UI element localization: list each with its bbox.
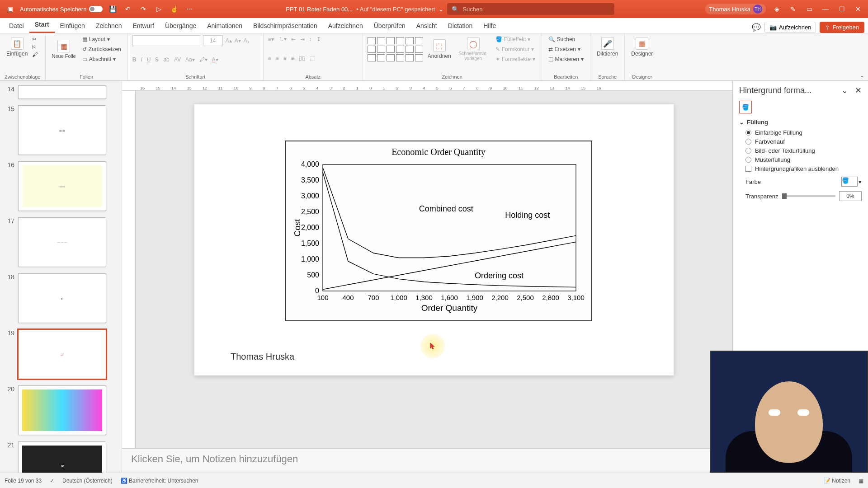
copy-icon[interactable]: ⎘ <box>32 44 38 50</box>
paste-button[interactable]: 📋 Einfügen <box>5 35 29 59</box>
notes-toggle[interactable]: 📝 Notizen <box>824 478 850 484</box>
new-slide-button[interactable]: ▦ Neue Folie <box>50 38 78 61</box>
radio-solid-fill[interactable]: Einfarbige Füllung <box>745 129 862 136</box>
slide-thumb[interactable]: 🗺 <box>18 441 106 473</box>
tab-ansicht[interactable]: Ansicht <box>411 19 443 33</box>
tab-aufzeichnen[interactable]: Aufzeichnen <box>323 19 368 33</box>
radio-gradient-fill[interactable]: Farbverlauf <box>745 138 862 145</box>
dictate-button[interactable]: 🎤 Diktieren <box>595 35 620 59</box>
slide-count[interactable]: Folie 19 von 33 <box>5 478 42 484</box>
normal-view-icon[interactable]: ▦ <box>859 478 863 484</box>
highlight-icon[interactable]: 🖍▾ <box>199 56 208 63</box>
reset-button[interactable]: ↺Zurücksetzen <box>80 45 123 53</box>
maximize-icon[interactable]: ☐ <box>836 4 847 14</box>
redo-icon[interactable]: ↷ <box>138 4 149 14</box>
shadow-icon[interactable]: ab <box>163 56 169 63</box>
indent-icon[interactable]: ⇥ <box>300 36 305 42</box>
slide-thumb[interactable]: ◐ <box>18 273 106 323</box>
slide-thumb[interactable]: ▦ ▦ <box>18 105 106 155</box>
collapse-ribbon-icon[interactable]: ⌄ <box>860 72 864 79</box>
close-icon[interactable]: ✕ <box>855 86 862 95</box>
quickstyles-button[interactable]: ◯ Schnellformat-vorlagen <box>456 36 491 63</box>
save-icon[interactable]: 💾 <box>107 4 118 14</box>
slide[interactable]: Economic Order Quantity 05001,0001,5002,… <box>194 104 674 375</box>
tab-hilfe[interactable]: Hilfe <box>478 19 501 33</box>
chevron-down-icon[interactable]: ⌄ <box>439 6 443 13</box>
slide-thumb[interactable] <box>18 385 106 435</box>
format-painter-icon[interactable]: 🖌 <box>32 52 38 58</box>
slide-canvas-area[interactable]: Economic Order Quantity 05001,0001,5002,… <box>136 91 732 448</box>
columns-icon[interactable]: ▯▯ <box>299 55 305 61</box>
language-indicator[interactable]: Deutsch (Österreich) <box>62 478 113 484</box>
cut-icon[interactable]: ✂ <box>32 36 38 42</box>
ink-icon[interactable]: ✎ <box>788 4 798 14</box>
tab-bildschirmpraesentation[interactable]: Bildschirmpräsentation <box>248 19 323 33</box>
notes-placeholder[interactable]: Klicken Sie, um Notizen hinzuzufügen <box>122 448 732 473</box>
chevron-down-icon[interactable]: ⌄ <box>841 86 848 95</box>
justify-icon[interactable]: ≡ <box>291 55 294 61</box>
presenter-icon[interactable]: ▷ <box>153 4 164 14</box>
comments-icon[interactable]: 💬 <box>752 23 761 32</box>
radio-pattern-fill[interactable]: Musterfüllung <box>745 156 862 163</box>
autosave-toggle[interactable]: Automatisches Speichern <box>20 6 103 13</box>
bullets-icon[interactable]: ≡▾ <box>268 36 274 42</box>
align-right-icon[interactable]: ≡ <box>283 55 287 61</box>
accessibility-check[interactable]: ♿ Barrierefreiheit: Untersuchen <box>121 478 198 484</box>
increase-font-icon[interactable]: A▴ <box>226 38 232 44</box>
decrease-font-icon[interactable]: A▾ <box>235 38 241 44</box>
effects-button[interactable]: ✦Formeffekte▾ <box>494 55 537 63</box>
transparency-value[interactable]: 0% <box>839 191 862 201</box>
italic-icon[interactable]: I <box>141 56 142 63</box>
replace-button[interactable]: ⇄Ersetzen▾ <box>547 45 585 53</box>
find-button[interactable]: 🔍Suchen <box>547 35 585 43</box>
share-button[interactable]: ⇪ Freigeben <box>820 22 864 33</box>
transparency-slider[interactable] <box>782 195 836 197</box>
font-color-icon[interactable]: A▾ <box>212 56 218 63</box>
chart-image[interactable]: Economic Order Quantity 05001,0001,5002,… <box>285 141 592 321</box>
checkbox-hide-bg[interactable]: Hintergrundgrafiken ausblenden <box>745 165 862 172</box>
clear-format-icon[interactable]: Aᵪ <box>244 38 249 44</box>
arrange-button[interactable]: ⬚ Anordnen <box>426 38 453 61</box>
tab-einfuegen[interactable]: Einfügen <box>55 19 90 33</box>
outdent-icon[interactable]: ⇤ <box>291 36 296 42</box>
save-location[interactable]: • Auf "diesem PC" gespeichert <box>356 6 435 13</box>
close-icon[interactable]: ✕ <box>853 4 863 14</box>
select-button[interactable]: ⬚Markieren▾ <box>547 55 585 63</box>
slide-thumb[interactable] <box>18 85 106 99</box>
slide-thumb[interactable]: ▭▭ <box>18 161 106 211</box>
user-account[interactable]: Thomas Hruska TH <box>705 4 766 14</box>
layout-button[interactable]: ▦Layout▾ <box>80 35 123 43</box>
slide-thumbnail-panel[interactable]: 14 15▦ ▦ 16▭▭ 17— — — 18◐ 19📈 20 21🗺 22▯… <box>0 81 122 473</box>
window-icon[interactable]: ▭ <box>804 4 815 14</box>
search-input[interactable]: 🔍 Suchen <box>447 3 614 15</box>
numbering-icon[interactable]: ⒈▾ <box>278 35 287 43</box>
overflow-icon[interactable]: ⋯ <box>184 4 195 14</box>
strikethrough-icon[interactable]: S̶ <box>155 56 159 63</box>
tab-start[interactable]: Start <box>29 17 55 33</box>
spellcheck-icon[interactable]: ✓ <box>50 478 54 484</box>
case-icon[interactable]: Aa▾ <box>185 56 195 63</box>
designer-button[interactable]: ▦ Designer <box>629 35 655 59</box>
undo-icon[interactable]: ↶ <box>123 4 133 14</box>
tab-entwurf[interactable]: Entwurf <box>127 19 159 33</box>
align-left-icon[interactable]: ≡ <box>268 55 271 61</box>
fill-button[interactable]: 🪣Fülleffekt▾ <box>494 35 537 43</box>
color-picker[interactable]: 🪣 <box>841 177 858 187</box>
fill-section-header[interactable]: ⌄ Füllung <box>739 119 862 126</box>
font-family-select[interactable] <box>132 35 200 46</box>
minimize-icon[interactable]: — <box>820 4 831 14</box>
spacing-icon[interactable]: AV <box>174 56 181 63</box>
record-button[interactable]: 📷 Aufzeichnen <box>764 22 816 33</box>
align-center-icon[interactable]: ≡ <box>276 55 279 61</box>
touch-icon[interactable]: ☝ <box>169 4 179 14</box>
tab-dictation[interactable]: Dictation <box>443 19 478 33</box>
tab-animationen[interactable]: Animationen <box>202 19 248 33</box>
tab-zeichnen[interactable]: Zeichnen <box>90 19 127 33</box>
slide-thumb-selected[interactable]: 📈 <box>18 329 106 379</box>
text-direction-icon[interactable]: ↧ <box>316 36 321 42</box>
tab-datei[interactable]: Datei <box>4 19 29 33</box>
shapes-gallery[interactable] <box>368 37 423 61</box>
underline-icon[interactable]: U <box>147 56 151 63</box>
bold-icon[interactable]: B <box>132 56 137 63</box>
line-spacing-icon[interactable]: ↕ <box>309 36 312 42</box>
